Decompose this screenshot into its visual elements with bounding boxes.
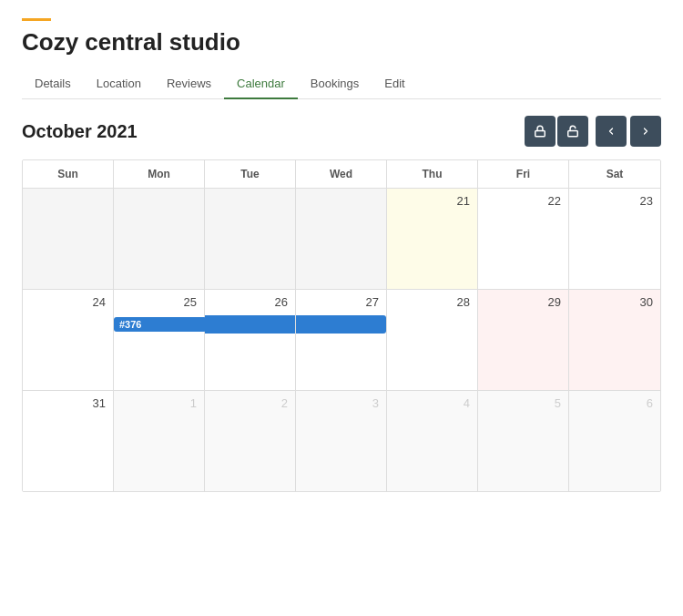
calendar-cell-oct25[interactable]: 25 #376: [114, 290, 205, 390]
calendar-header: October 2021: [22, 116, 661, 147]
days-header: Sun Mon Tue Wed Thu Fri Sat: [23, 160, 660, 189]
lock-closed-button[interactable]: [525, 116, 556, 147]
svg-rect-1: [568, 130, 578, 136]
cell-date: 2: [212, 396, 288, 410]
cell-date: 24: [30, 295, 106, 309]
calendar-cell-w1-wed[interactable]: [296, 189, 387, 289]
calendar-cell-nov4[interactable]: 4: [387, 391, 478, 491]
next-month-button[interactable]: [630, 116, 661, 147]
chevron-right-icon: [640, 126, 651, 137]
tab-reviews[interactable]: Reviews: [154, 69, 224, 99]
cell-date: 21: [394, 194, 470, 208]
day-header-thu: Thu: [387, 160, 478, 188]
cell-date: 23: [576, 194, 653, 208]
calendar-grid: Sun Mon Tue Wed Thu Fri Sat 21: [22, 159, 661, 492]
cell-date: 25: [121, 295, 197, 309]
cell-date: 5: [485, 396, 561, 410]
lock-group: [525, 116, 588, 147]
tab-location[interactable]: Location: [84, 69, 154, 99]
calendar-cell-oct30[interactable]: 30: [569, 290, 660, 390]
tab-bookings[interactable]: Bookings: [298, 69, 372, 99]
calendar-week-2: 24 25 #376 26 27 28 29 30: [23, 290, 660, 391]
calendar-cell-w1-mon[interactable]: [114, 189, 205, 289]
day-header-sun: Sun: [23, 160, 114, 188]
calendar-cell-oct24[interactable]: 24: [23, 290, 114, 390]
page-title: Cozy central studio: [22, 28, 661, 56]
calendar-cell-w1-tue[interactable]: [205, 189, 296, 289]
calendar-cell-oct28[interactable]: 28: [387, 290, 478, 390]
calendar-week-1: 21 22 23: [23, 189, 660, 290]
calendar-cell-oct31[interactable]: 31: [23, 391, 114, 491]
tab-details[interactable]: Details: [22, 69, 84, 99]
day-header-mon: Mon: [114, 160, 205, 188]
tab-nav: Details Location Reviews Calendar Bookin…: [22, 69, 661, 99]
calendar-cell-nov6[interactable]: 6: [569, 391, 660, 491]
day-header-wed: Wed: [296, 160, 387, 188]
day-header-tue: Tue: [205, 160, 296, 188]
accent-bar: [22, 18, 51, 21]
cell-date: 31: [30, 396, 106, 410]
calendar-month-title: October 2021: [22, 121, 138, 142]
calendar-week-3: 31 1 2 3 4 5 6: [23, 391, 660, 491]
cell-date: 30: [576, 295, 653, 309]
calendar-cell-w1-sun[interactable]: [23, 189, 114, 289]
calendar-cell-oct22[interactable]: 22: [478, 189, 569, 289]
calendar-cell-oct29[interactable]: 29: [478, 290, 569, 390]
calendar-controls: [525, 116, 661, 147]
lock-closed-icon: [534, 125, 546, 138]
calendar-weeks: 21 22 23 24 25 #376 26 27: [23, 189, 660, 491]
tab-edit[interactable]: Edit: [372, 69, 417, 99]
cell-date: 3: [303, 396, 379, 410]
cell-date: 6: [576, 396, 653, 410]
day-header-sat: Sat: [569, 160, 660, 188]
cell-date: 26: [212, 295, 288, 309]
lock-open-icon: [566, 125, 579, 138]
cell-date: 4: [394, 396, 470, 410]
calendar-cell-nov3[interactable]: 3: [296, 391, 387, 491]
tab-calendar[interactable]: Calendar: [224, 69, 298, 99]
prev-month-button[interactable]: [596, 116, 627, 147]
cell-date: 22: [485, 194, 561, 208]
cell-date: 29: [485, 295, 561, 309]
cell-date: 28: [394, 295, 470, 309]
calendar-cell-nov2[interactable]: 2: [205, 391, 296, 491]
cell-date: 27: [303, 295, 379, 309]
calendar-cell-oct21[interactable]: 21: [387, 189, 478, 289]
svg-rect-0: [535, 130, 545, 136]
calendar-cell-oct27[interactable]: 27: [296, 290, 387, 390]
calendar-cell-oct26[interactable]: 26: [205, 290, 296, 390]
cell-date: 1: [121, 396, 197, 410]
booking-bar-376[interactable]: #376: [114, 317, 207, 332]
day-header-fri: Fri: [478, 160, 569, 188]
calendar-cell-nov5[interactable]: 5: [478, 391, 569, 491]
chevron-left-icon: [606, 126, 617, 137]
calendar-cell-nov1[interactable]: 1: [114, 391, 205, 491]
calendar-cell-oct23[interactable]: 23: [569, 189, 660, 289]
lock-open-button[interactable]: [557, 116, 588, 147]
